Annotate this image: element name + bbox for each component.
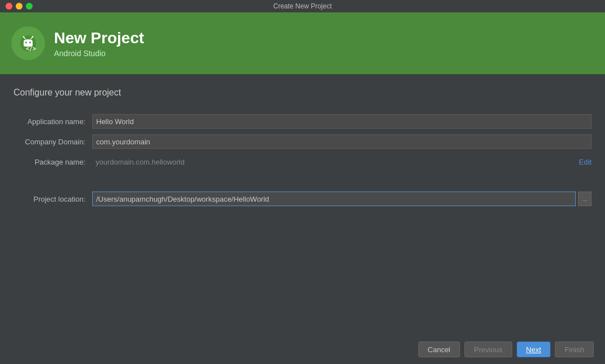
form-area: Application name: Company Domain: Packag…	[13, 113, 592, 211]
svg-point-2	[23, 36, 24, 37]
app-name-label: Application name:	[13, 117, 92, 126]
app-icon-container: </>	[11, 26, 45, 60]
header-text-block: New Project Android Studio	[54, 29, 144, 58]
project-location-input[interactable]	[92, 192, 576, 206]
company-domain-row: Company Domain:	[13, 134, 592, 149]
minimize-button[interactable]	[16, 3, 22, 10]
svg-text:</>: </>	[26, 46, 36, 52]
package-name-row: Package name: yourdomain.com.helloworld …	[13, 154, 592, 170]
android-studio-icon: </>	[18, 33, 38, 53]
app-name-input[interactable]	[92, 114, 592, 129]
window-controls[interactable]	[6, 3, 33, 10]
project-location-label: Project location:	[13, 195, 92, 203]
browse-button[interactable]: ...	[578, 192, 592, 206]
svg-point-6	[29, 42, 31, 43]
header-subtitle: Android Studio	[54, 49, 144, 58]
section-title: Configure your new project	[13, 88, 592, 98]
header-section: </> New Project Android Studio	[0, 12, 605, 74]
svg-point-4	[32, 36, 33, 37]
cancel-button[interactable]: Cancel	[418, 342, 460, 357]
company-domain-input[interactable]	[92, 134, 592, 149]
previous-button[interactable]: Previous	[464, 342, 512, 357]
footer: Cancel Previous Next Finish	[0, 335, 605, 364]
svg-point-5	[25, 42, 27, 43]
package-name-label: Package name:	[13, 158, 92, 166]
close-button[interactable]	[6, 3, 12, 10]
location-input-container: ...	[92, 192, 592, 206]
project-location-row: Project location: ...	[13, 191, 592, 207]
package-name-value: yourdomain.com.helloworld	[92, 157, 575, 167]
company-domain-label: Company Domain:	[13, 138, 92, 146]
header-title: New Project	[54, 29, 144, 48]
window-title: Create New Project	[273, 2, 332, 10]
app-name-row: Application name:	[13, 113, 592, 129]
maximize-button[interactable]	[26, 3, 33, 10]
finish-button[interactable]: Finish	[555, 342, 594, 357]
title-bar: Create New Project	[0, 0, 605, 12]
main-content: Configure your new project Application n…	[0, 74, 605, 335]
edit-package-link[interactable]: Edit	[579, 158, 592, 166]
next-button[interactable]: Next	[517, 342, 551, 357]
